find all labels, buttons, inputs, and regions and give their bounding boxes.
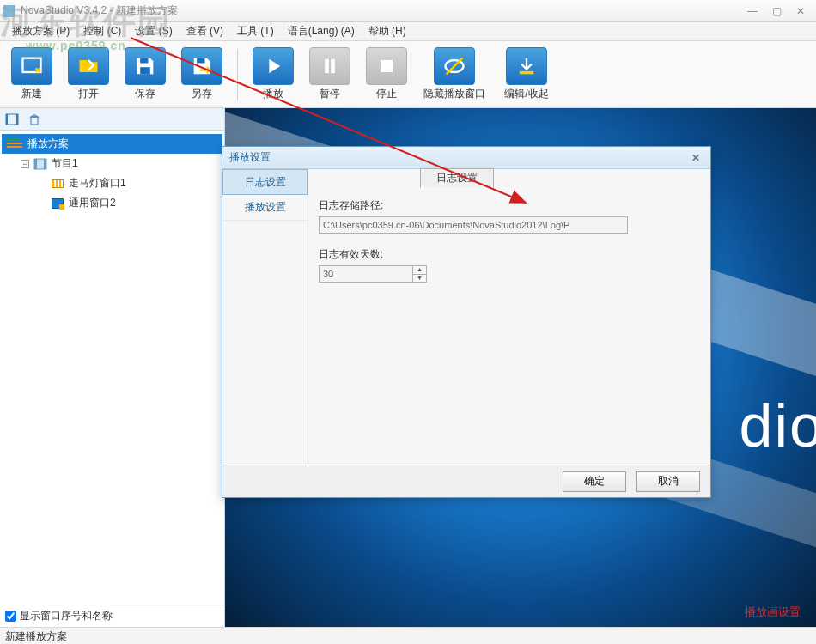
- save-icon: [125, 47, 166, 85]
- hide-window-button[interactable]: 隐藏播放窗口: [417, 45, 492, 105]
- svg-rect-10: [6, 114, 18, 125]
- edit-collapse-icon: [506, 47, 547, 85]
- open-icon: [68, 47, 109, 85]
- svg-rect-4: [325, 59, 329, 73]
- spinner-down-icon[interactable]: ▼: [413, 275, 426, 283]
- play-button[interactable]: 播放: [247, 45, 300, 105]
- stop-button[interactable]: 停止: [360, 45, 413, 105]
- dialog-body: 日志设置 播放设置 日志设置 日志存储路径: 日志有效天数: ▲▼: [222, 169, 710, 465]
- svg-rect-3: [197, 58, 204, 64]
- svg-rect-15: [34, 159, 37, 169]
- tree-program-label: 节目1: [52, 156, 78, 171]
- dialog-panel: 日志存储路径: 日志有效天数: ▲▼: [319, 198, 700, 283]
- svg-rect-16: [44, 159, 46, 169]
- close-button[interactable]: ✕: [789, 3, 813, 19]
- play-settings-dialog: 播放设置 ✕ 日志设置 播放设置 日志设置 日志存储路径: 日志有效天数: ▲▼…: [222, 146, 711, 498]
- sidebar-log-settings[interactable]: 日志设置: [222, 169, 308, 195]
- log-days-input[interactable]: [319, 265, 413, 283]
- playlist-icon: [7, 139, 22, 149]
- new-icon: [11, 47, 52, 85]
- marquee-icon: [52, 179, 64, 188]
- svg-rect-1: [140, 58, 148, 64]
- window-title: NovaStudio V3.4.2 - 新建播放方案: [21, 3, 178, 18]
- svg-rect-12: [16, 114, 18, 125]
- menu-settings[interactable]: 设置 (S): [128, 22, 179, 40]
- status-text: 新建播放方案: [5, 630, 67, 642]
- svg-rect-2: [140, 67, 150, 74]
- menu-tools[interactable]: 工具 (T): [230, 22, 281, 40]
- dialog-title: 播放设置: [229, 150, 271, 165]
- stop-icon: [366, 47, 407, 85]
- saveas-icon: [181, 47, 222, 85]
- svg-rect-9: [520, 71, 533, 75]
- tree-root[interactable]: 播放方案: [2, 134, 222, 154]
- dialog-sidebar: 日志设置 播放设置: [222, 169, 308, 465]
- play-label: 播放: [263, 87, 283, 101]
- pause-button[interactable]: 暂停: [303, 45, 356, 105]
- program-icon: [33, 158, 48, 170]
- minimize-button[interactable]: —: [740, 3, 764, 19]
- collapse-icon[interactable]: −: [21, 160, 29, 168]
- tree-common-node[interactable]: 通用窗口2: [2, 193, 222, 213]
- show-index-label: 显示窗口序号和名称: [20, 609, 113, 623]
- delete-icon[interactable]: [27, 112, 41, 126]
- tree-marquee-label: 走马灯窗口1: [69, 176, 126, 191]
- svg-rect-5: [331, 59, 335, 73]
- play-settings-link[interactable]: 播放画设置: [745, 605, 801, 620]
- log-days-wrapper: ▲▼: [319, 265, 700, 283]
- dialog-close-button[interactable]: ✕: [688, 151, 703, 165]
- tree-root-label: 播放方案: [27, 137, 69, 151]
- hide-label: 隐藏播放窗口: [423, 87, 485, 101]
- tree-marquee-node[interactable]: 走马灯窗口1: [2, 173, 222, 193]
- common-window-icon: [52, 198, 64, 209]
- dialog-titlebar: 播放设置 ✕: [222, 147, 710, 169]
- show-index-checkbox[interactable]: [5, 611, 16, 622]
- edit-collapse-label: 编辑/收起: [504, 87, 548, 101]
- menu-playplan[interactable]: 播放方案 (P): [5, 22, 76, 40]
- main-toolbar: 新建 打开 保存 另存 播放 暂停 停止 隐藏播放窗口 编辑/收起: [0, 41, 816, 108]
- status-bar: 新建播放方案: [0, 627, 816, 644]
- svg-rect-6: [381, 60, 393, 72]
- svg-rect-11: [6, 114, 8, 125]
- dialog-main: 日志设置 日志存储路径: 日志有效天数: ▲▼: [308, 169, 710, 465]
- save-button[interactable]: 保存: [119, 45, 172, 105]
- ok-button[interactable]: 确定: [563, 471, 626, 492]
- dialog-button-bar: 确定 取消: [222, 465, 710, 497]
- play-icon: [253, 47, 294, 85]
- hide-icon: [434, 47, 475, 85]
- menu-control[interactable]: 控制 (C): [76, 22, 128, 40]
- log-days-spinner[interactable]: ▲▼: [413, 265, 427, 283]
- tree-common-label: 通用窗口2: [69, 196, 116, 210]
- left-panel-footer: 显示窗口序号和名称: [0, 605, 224, 627]
- toolbar-separator: [237, 49, 238, 100]
- new-button[interactable]: 新建: [5, 45, 58, 105]
- menu-view[interactable]: 查看 (V): [180, 22, 230, 40]
- open-button[interactable]: 打开: [62, 45, 115, 105]
- dialog-tab-log[interactable]: 日志设置: [420, 168, 494, 188]
- log-path-label: 日志存储路径:: [319, 198, 700, 213]
- left-panel-toolbar: [0, 108, 224, 131]
- save-label: 保存: [135, 87, 155, 101]
- saveas-button[interactable]: 另存: [175, 45, 228, 105]
- menu-language[interactable]: 语言(Lang) (A): [281, 22, 362, 40]
- app-icon: [3, 5, 15, 17]
- tree-view: 播放方案 − 节目1 走马灯窗口1 通用窗口2: [0, 131, 224, 605]
- menu-bar: 播放方案 (P) 控制 (C) 设置 (S) 查看 (V) 工具 (T) 语言(…: [0, 22, 816, 41]
- film-icon[interactable]: [5, 112, 19, 126]
- pause-icon: [309, 47, 350, 85]
- cancel-button[interactable]: 取消: [636, 471, 700, 492]
- spinner-up-icon[interactable]: ▲: [413, 266, 426, 275]
- menu-help[interactable]: 帮助 (H): [362, 22, 413, 40]
- log-days-label: 日志有效天数:: [319, 247, 700, 262]
- tree-program-node[interactable]: − 节目1: [2, 154, 222, 173]
- edit-collapse-button[interactable]: 编辑/收起: [496, 45, 557, 105]
- sidebar-play-settings[interactable]: 播放设置: [222, 195, 308, 221]
- pause-label: 暂停: [320, 87, 340, 101]
- saveas-label: 另存: [192, 87, 212, 101]
- maximize-button[interactable]: ▢: [764, 3, 789, 19]
- brand-text: dio: [740, 392, 816, 460]
- open-label: 打开: [78, 87, 99, 101]
- log-path-input[interactable]: [319, 216, 628, 234]
- left-panel: 播放方案 − 节目1 走马灯窗口1 通用窗口2 显示窗口序号和名称: [0, 108, 225, 627]
- window-titlebar: NovaStudio V3.4.2 - 新建播放方案 — ▢ ✕: [0, 0, 816, 22]
